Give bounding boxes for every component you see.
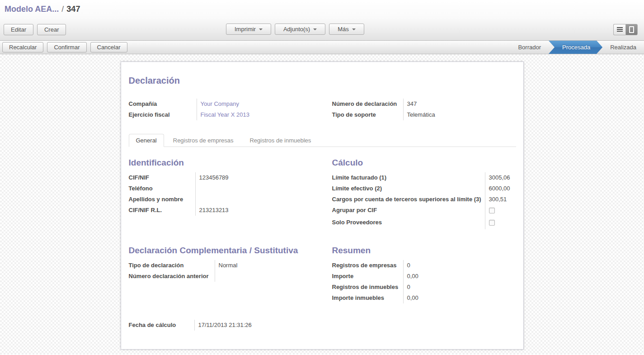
tab-registros-de-inmuebles[interactable]: Registros de inmuebles <box>242 134 318 147</box>
field-label: Tipo de soporte <box>332 109 403 120</box>
field-row-cif-nif-rl: CIF/NIF R.L. 213213213 <box>129 205 332 216</box>
field-value <box>215 271 332 282</box>
page-title: Declaración <box>129 76 516 86</box>
recalculate-button[interactable]: Recalcular <box>2 42 43 52</box>
field-value: 300,51 <box>485 194 516 205</box>
field-label: Cargos por cuenta de terceros superiores… <box>332 194 485 205</box>
field-label: Límite facturado (1) <box>332 172 485 183</box>
breadcrumb: Modelo AEA... / 347 <box>0 0 644 18</box>
field-row-limite-efectivo: Límite efectivo (2) 6000,00 <box>332 183 516 194</box>
field-value: Telemática <box>403 109 516 120</box>
section-complementaria: Declaración Complementaria / Sustitutiva… <box>129 246 332 303</box>
field-row-importe-inmuebles: Importe inmuebles 0,00 <box>332 293 516 303</box>
field-row-registros-de-inmuebles: Registros de inmuebles 0 <box>332 282 516 293</box>
attachments-dropdown-button[interactable]: Adjunto(s) <box>275 24 325 35</box>
field-label: Apellidos y nombre <box>129 194 195 205</box>
field-row-ejercicio-fiscal: Ejercicio fiscal Fiscal Year X 2013 <box>129 109 332 120</box>
field-row-compania: Compañía Your Company <box>129 99 332 109</box>
field-row-telefono: Teléfono <box>129 183 332 194</box>
field-label: Importe inmuebles <box>332 293 403 303</box>
create-button[interactable]: Crear <box>37 24 66 35</box>
field-row-cargos-terceros: Cargos por cuenta de terceros superiores… <box>332 194 516 205</box>
field-row-numero-declaracion: Número de declaración 347 <box>332 99 516 109</box>
field-value: 0 <box>403 282 516 293</box>
field-value <box>195 194 332 205</box>
field-value: 6000,00 <box>485 183 516 194</box>
chevron-down-icon <box>313 28 317 30</box>
field-value: 0,00 <box>403 293 516 303</box>
form-view-button[interactable] <box>625 24 638 35</box>
form-icon <box>629 26 634 33</box>
section-calculo: Cálculo Límite facturado (1) 3005,06 Lím… <box>332 158 516 229</box>
field-value: 17/11/2013 21:31:26 <box>194 320 332 331</box>
field-label: Teléfono <box>129 183 195 194</box>
tab-general[interactable]: General <box>129 134 164 147</box>
section-title: Resumen <box>332 246 516 256</box>
attachments-dropdown-label: Adjunto(s) <box>283 26 310 33</box>
status-procesada-active: Procesada <box>549 41 602 54</box>
notebook-tabs: General Registros de empresas Registros … <box>129 134 516 147</box>
confirm-button[interactable]: Confirmar <box>47 42 86 52</box>
workflow-buttons: Recalcular Confirmar Cancelar <box>2 41 127 54</box>
more-dropdown-button[interactable]: Más <box>329 24 364 35</box>
field-label: CIF/NIF <box>129 172 195 183</box>
field-row-tipo-declaracion: Tipo de declaración Normal <box>129 260 332 271</box>
tab-content-general: Identificación CIF/NIF 123456789 Teléfon… <box>129 147 516 331</box>
section-resumen: Resumen Registros de empresas 0 Importe … <box>332 246 516 303</box>
field-label: Ejercicio fiscal <box>129 109 197 120</box>
tab-registros-de-empresas[interactable]: Registros de empresas <box>166 134 241 147</box>
section-title: Declaración Complementaria / Sustitutiva <box>129 246 332 256</box>
chevron-down-icon <box>259 28 263 30</box>
field-label: Tipo de declaración <box>129 260 215 271</box>
view-switcher <box>613 24 638 35</box>
view-manager-header: Modelo AEA... / 347 Editar Crear Imprimi… <box>0 0 644 41</box>
statusbar: Borrador Procesada Realizada <box>511 41 643 54</box>
field-label: CIF/NIF R.L. <box>129 205 195 216</box>
field-row-tipo-soporte: Tipo de soporte Telemática <box>332 109 516 120</box>
solo-proveedores-checkbox[interactable] <box>489 220 495 226</box>
section-identificacion: Identificación CIF/NIF 123456789 Teléfon… <box>129 158 332 229</box>
more-dropdown-label: Más <box>338 26 349 33</box>
field-label: Fecha de cálculo <box>129 320 194 331</box>
field-row-cif-nif: CIF/NIF 123456789 <box>129 172 332 183</box>
chevron-down-icon <box>352 28 356 30</box>
company-link[interactable]: Your Company <box>201 100 240 107</box>
print-dropdown-button[interactable]: Imprimir <box>226 24 271 35</box>
fiscal-year-link[interactable]: Fiscal Year X 2013 <box>201 111 249 118</box>
toolbar-center-group: Imprimir Adjunto(s) Más <box>226 24 364 35</box>
field-label: Número de declaración <box>332 99 403 109</box>
field-label: Límite efectivo (2) <box>332 183 485 194</box>
cancel-button[interactable]: Cancelar <box>90 42 127 52</box>
field-row-apellidos-y-nombre: Apellidos y nombre <box>129 194 332 205</box>
form-view-background: Declaración Compañía Your Company Ejerci… <box>0 54 644 355</box>
list-view-button[interactable] <box>613 24 625 35</box>
field-value <box>195 183 332 194</box>
breadcrumb-current: 347 <box>66 5 80 14</box>
field-label: Importe <box>332 271 403 282</box>
field-value: 123456789 <box>195 172 332 183</box>
toolbar: Editar Crear Imprimir Adjunto(s) Más <box>0 18 644 41</box>
list-icon <box>617 27 623 28</box>
agrupar-por-cif-checkbox[interactable] <box>489 208 495 213</box>
field-value: 347 <box>403 99 516 109</box>
field-row-numero-declaracion-anterior: Número declaración anterior <box>129 271 332 282</box>
field-value: 213213213 <box>195 205 332 216</box>
field-label: Compañía <box>129 99 197 109</box>
breadcrumb-separator: / <box>61 5 64 14</box>
field-row-limite-facturado: Límite facturado (1) 3005,06 <box>332 172 516 183</box>
print-dropdown-label: Imprimir <box>235 26 256 33</box>
field-row-fecha-de-calculo: Fecha de cálculo 17/11/2013 21:31:26 <box>129 320 332 331</box>
field-value: Normal <box>215 260 332 271</box>
field-value: 3005,06 <box>485 172 516 183</box>
form-action-bar: Recalcular Confirmar Cancelar Borrador P… <box>0 41 644 54</box>
breadcrumb-parent-link[interactable]: Modelo AEA... <box>5 5 59 14</box>
field-row-registros-de-empresas: Registros de empresas 0 <box>332 260 516 271</box>
section-title: Cálculo <box>332 158 516 168</box>
field-row-importe: Importe 0,00 <box>332 271 516 282</box>
field-row-agrupar-por-cif: Agrupar por CIF <box>332 205 516 217</box>
field-row-solo-proveedores: Solo Proveedores <box>332 217 516 229</box>
edit-button[interactable]: Editar <box>4 24 33 35</box>
form-sheet: Declaración Compañía Your Company Ejerci… <box>121 62 524 350</box>
section-fecha-calculo: Fecha de cálculo 17/11/2013 21:31:26 <box>129 320 332 331</box>
field-label: Agrupar por CIF <box>332 205 485 217</box>
